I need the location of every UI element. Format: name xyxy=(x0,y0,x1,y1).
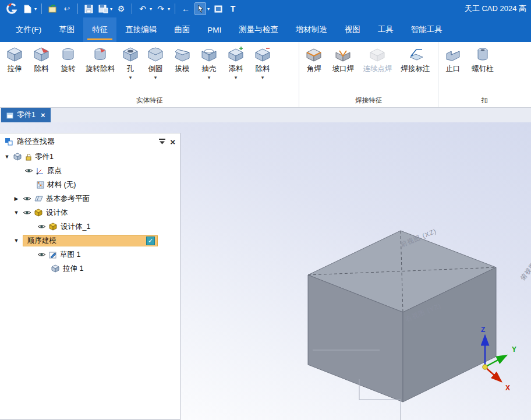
undo-caret[interactable]: ▾ xyxy=(150,6,152,12)
pathfinder-close-icon[interactable]: × xyxy=(170,137,175,147)
tree-item-design-body[interactable]: ▼ 设计体 xyxy=(0,206,180,220)
tree-item-label: 材料 (无) xyxy=(47,180,76,190)
tab-smart-tools[interactable]: 智能工具 xyxy=(402,17,451,42)
ribbon-group-fastener-features: 止口 螺钉柱 扣 xyxy=(438,42,531,107)
mounting-boss-button[interactable]: 螺钉柱 xyxy=(466,43,499,74)
redo-button[interactable]: ↷ xyxy=(155,2,167,15)
client-area: 前视图 (XZ) 俯视图 (XY) 右视图 (YZ) Z Y X 路径查找器 ×… xyxy=(0,122,531,420)
tree-item-label: 零件1 xyxy=(35,152,54,162)
tab-file[interactable]: 文件(F) xyxy=(7,17,50,42)
tab-sketch[interactable]: 草图 xyxy=(50,17,83,42)
cut-label: 除料 xyxy=(34,64,49,74)
collapse-arrow-icon[interactable]: ▼ xyxy=(13,210,20,216)
group-label-solid-features: 实体特征 xyxy=(1,96,298,107)
tab-tools[interactable]: 工具 xyxy=(369,17,402,42)
tab-additive-label: 增材制造 xyxy=(296,24,327,35)
open-button[interactable] xyxy=(47,2,58,15)
app-title: 天工 CAD 2024 高 xyxy=(465,3,526,14)
toolbar-separator xyxy=(132,3,132,14)
visibility-eye-icon[interactable] xyxy=(24,168,33,174)
expand-arrow-icon[interactable]: ▶ xyxy=(13,196,20,202)
tab-additive[interactable]: 增材制造 xyxy=(287,17,336,42)
cut-button[interactable]: 除料 xyxy=(28,43,55,74)
revolve-button[interactable]: 旋转 xyxy=(55,43,82,74)
round-caret[interactable]: ▾ xyxy=(154,75,157,80)
document-tab-part1[interactable]: 零件1 × xyxy=(1,108,51,122)
sketch-icon xyxy=(49,250,57,259)
save-button[interactable] xyxy=(83,2,94,15)
draft-button[interactable]: 拔模 xyxy=(169,43,196,74)
tab-surface[interactable]: 曲面 xyxy=(165,17,199,42)
unlock-icon xyxy=(25,153,32,161)
visibility-eye-icon[interactable] xyxy=(23,210,31,216)
document-tabstrip: 零件1 × xyxy=(0,108,531,122)
visibility-eye-icon[interactable] xyxy=(37,224,46,230)
revolve-label: 旋转 xyxy=(61,64,76,74)
lip-button[interactable]: 止口 xyxy=(440,43,466,74)
top-plane-label[interactable]: 俯视图 (XY) xyxy=(519,247,531,282)
thin-wall-caret[interactable]: ▾ xyxy=(208,75,211,80)
tree-item-ordered-modeling[interactable]: ▼ 顺序建模 ✓ xyxy=(0,234,180,248)
tree-item-material[interactable]: 材料 (无) xyxy=(0,178,180,192)
add-material-label: 添料 xyxy=(229,64,243,74)
add-material-button[interactable]: 添料 ▾ xyxy=(222,43,249,80)
collapse-arrow-icon[interactable]: ▼ xyxy=(13,238,20,243)
revert-button[interactable]: ↩ xyxy=(61,2,73,15)
round-label: 倒圆 xyxy=(148,64,163,74)
tree-item-extrude-1[interactable]: 拉伸 1 xyxy=(0,262,180,276)
tree-item-ref-planes[interactable]: ▶ 基本参考平面 xyxy=(0,192,180,206)
save-as-button[interactable] xyxy=(97,2,109,15)
round-button[interactable]: 倒圆 ▾ xyxy=(142,43,169,80)
visibility-eye-icon[interactable] xyxy=(37,252,46,257)
display-options-icon[interactable] xyxy=(158,138,166,145)
add-material-caret[interactable]: ▾ xyxy=(235,75,238,80)
pathfinder-title: 路径查找器 xyxy=(17,136,55,147)
collapse-arrow-icon[interactable]: ▼ xyxy=(3,154,10,160)
tab-surface-label: 曲面 xyxy=(174,24,190,35)
select-tool-button[interactable] xyxy=(194,2,206,15)
continuous-spot-weld-label: 连续点焊 xyxy=(363,64,392,74)
remove-material-caret[interactable]: ▾ xyxy=(261,75,264,80)
hole-button[interactable]: 孔 ▾ xyxy=(119,43,142,80)
mounting-boss-label: 螺钉柱 xyxy=(472,64,494,74)
redo-caret[interactable]: ▾ xyxy=(168,6,170,12)
model-extrude-1[interactable] xyxy=(308,231,496,402)
thin-wall-button[interactable]: 抽壳 ▾ xyxy=(196,43,222,80)
ordered-modeling-highlight[interactable]: 顺序建模 ✓ xyxy=(23,235,158,246)
box-select-button[interactable] xyxy=(213,2,224,15)
toolbar-separator xyxy=(41,3,42,14)
fillet-weld-icon xyxy=(305,47,323,62)
weld-label-button[interactable]: 焊接标注 xyxy=(396,43,434,74)
groove-weld-button[interactable]: 坡口焊 xyxy=(327,43,359,74)
extrude-button[interactable]: 拉伸 xyxy=(1,43,28,74)
settings-gear-icon[interactable]: ⚙ xyxy=(115,2,127,15)
document-icon xyxy=(6,112,13,119)
new-document-caret[interactable]: ▾ xyxy=(34,6,37,12)
pathfinder-icon xyxy=(5,137,13,146)
tab-feature[interactable]: 特征 xyxy=(83,17,116,42)
tree-item-sketch-1[interactable]: 草图 1 xyxy=(0,248,180,262)
tab-direct-edit[interactable]: 直接编辑 xyxy=(116,17,165,42)
back-arrow-button[interactable]: ← xyxy=(180,2,192,15)
hole-caret[interactable]: ▾ xyxy=(129,75,132,80)
weld-label-label: 焊接标注 xyxy=(401,64,430,74)
remove-material-button[interactable]: 除料 ▾ xyxy=(249,43,276,80)
document-tab-close-icon[interactable]: × xyxy=(41,111,45,119)
revolved-cut-button[interactable]: 旋转除料 xyxy=(82,43,119,74)
new-document-button[interactable] xyxy=(22,2,33,15)
save-caret[interactable]: ▾ xyxy=(110,6,112,12)
tab-measure-inspect[interactable]: 测量与检查 xyxy=(230,17,287,42)
add-material-icon xyxy=(227,47,245,62)
tab-view[interactable]: 视图 xyxy=(336,17,369,42)
tab-pmi[interactable]: PMI xyxy=(199,17,230,42)
tree-item-design-body-1[interactable]: 设计体_1 xyxy=(0,220,180,234)
undo-button[interactable]: ↶ xyxy=(137,2,148,15)
text-tool-button[interactable]: T xyxy=(227,2,239,15)
ordered-modeling-checkbox[interactable]: ✓ xyxy=(146,237,155,245)
fillet-weld-button[interactable]: 角焊 xyxy=(300,43,327,74)
visibility-eye-icon[interactable] xyxy=(23,196,31,202)
tree-item-part[interactable]: ▼ 零件1 xyxy=(0,150,180,164)
weld-label-icon xyxy=(406,47,424,62)
select-tool-caret[interactable]: ▾ xyxy=(207,6,210,12)
tree-item-origin[interactable]: 原点 xyxy=(0,164,180,178)
